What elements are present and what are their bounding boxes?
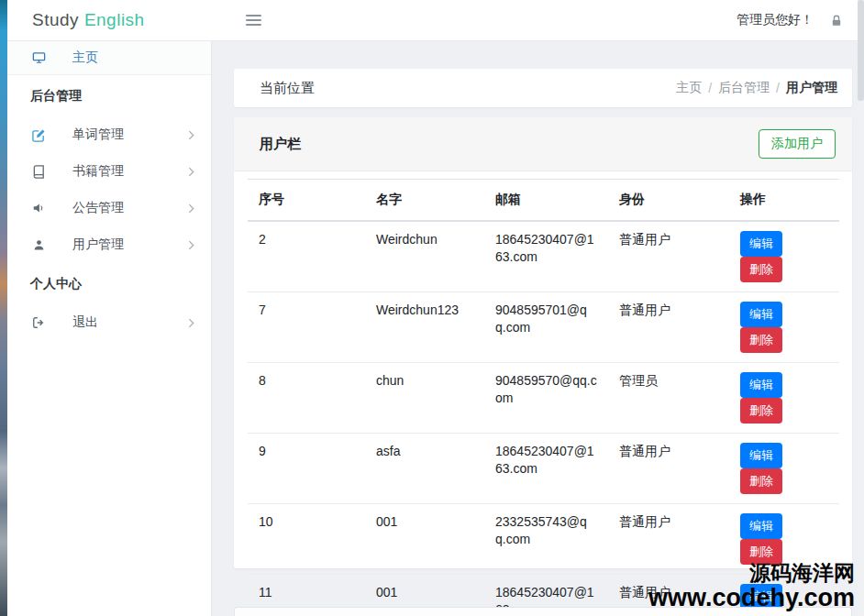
book-icon	[30, 165, 47, 179]
sidebar-item-announcements[interactable]: 公告管理	[7, 190, 211, 226]
breadcrumb-admin[interactable]: 后台管理	[718, 80, 770, 96]
cell-id: 9	[248, 434, 365, 504]
cell-actions: 编辑 删除	[729, 434, 839, 504]
col-header-email: 邮箱	[484, 180, 608, 222]
col-header-id: 序号	[248, 180, 365, 222]
sidebar-item-label: 单词管理	[72, 126, 124, 143]
chevron-right-icon	[188, 240, 194, 250]
cell-email: 904859570@qq.com	[484, 363, 608, 434]
sidebar-item-label: 用户管理	[72, 236, 124, 253]
cell-actions: 编辑 删除	[729, 504, 839, 575]
cell-email: 2332535743@qq.com	[484, 504, 608, 575]
edit-button[interactable]: 编辑	[740, 372, 782, 398]
chevron-right-icon	[188, 318, 194, 328]
chevron-right-icon	[188, 130, 194, 140]
cell-email: 18645230407@163.com	[484, 434, 608, 504]
top-bar: Study English 管理员您好！	[7, 0, 858, 41]
chevron-right-icon	[188, 204, 194, 214]
delete-button[interactable]: 删除	[740, 468, 782, 494]
cell-role: 管理员	[608, 363, 729, 434]
breadcrumb: 主页 / 后台管理 / 用户管理	[676, 80, 837, 96]
sidebar-item-label: 退出	[72, 314, 98, 331]
edit-button[interactable]: 编辑	[740, 443, 782, 468]
breadcrumb-bar: 当前位置 主页 / 后台管理 / 用户管理	[234, 69, 852, 107]
cell-name: asfa	[365, 434, 484, 504]
user-panel: 用户栏 添加用户 序号 名字 邮箱 身份 操作 2 Weirdchun 1864…	[234, 117, 852, 568]
lock-icon[interactable]	[830, 14, 843, 28]
breadcrumb-home[interactable]: 主页	[676, 80, 702, 96]
table-header-row: 序号 名字 邮箱 身份 操作	[248, 180, 839, 222]
user-table: 序号 名字 邮箱 身份 操作 2 Weirdchun 18645230407@1…	[248, 179, 839, 616]
breadcrumb-current: 用户管理	[786, 80, 837, 96]
admin-greeting: 管理员您好！	[737, 12, 814, 28]
background-photo-strip	[0, 0, 7, 616]
current-location-label: 当前位置	[260, 80, 315, 97]
edit-icon	[30, 128, 47, 142]
page-scrollbar-track[interactable]	[858, 0, 864, 616]
desktop-icon	[30, 51, 47, 64]
speaker-icon	[30, 202, 47, 214]
cell-name: Weirdchun123	[365, 292, 484, 363]
table-row: 8 chun 904859570@qq.com 管理员 编辑 删除	[248, 363, 839, 434]
cell-id: 7	[248, 292, 365, 363]
edit-button[interactable]: 编辑	[740, 584, 782, 610]
sidebar-item-users[interactable]: 用户管理	[7, 226, 211, 263]
next-panel-edge	[234, 607, 852, 616]
user-panel-header: 用户栏 添加用户	[234, 117, 852, 171]
signout-icon	[30, 316, 47, 329]
col-header-actions: 操作	[729, 180, 839, 222]
col-header-role: 身份	[608, 180, 729, 222]
sidebar-section-personal: 个人中心	[7, 263, 211, 304]
cell-role: 普通用户	[608, 292, 729, 363]
table-row: 9 asfa 18645230407@163.com 普通用户 编辑 删除	[248, 434, 839, 504]
logo-text-english: English	[84, 10, 145, 29]
hamburger-menu-icon[interactable]	[244, 8, 263, 32]
cell-role: 普通用户	[608, 434, 729, 504]
page-scrollbar-thumb[interactable]	[858, 0, 864, 101]
sidebar: 主页 后台管理 单词管理 书籍管理 公告管理 用户管理 个人中心 退	[7, 41, 212, 616]
cell-id: 8	[248, 363, 365, 434]
cell-id: 2	[248, 221, 365, 292]
cell-email: 18645230407@163.com	[484, 221, 608, 292]
cell-actions: 编辑 删除	[729, 363, 839, 434]
sidebar-item-label: 公告管理	[72, 200, 124, 216]
sidebar-item-label: 书籍管理	[72, 163, 124, 180]
app-logo[interactable]: Study English	[7, 10, 212, 30]
delete-button[interactable]: 删除	[740, 257, 782, 282]
breadcrumb-separator: /	[776, 81, 780, 95]
chevron-right-icon	[188, 167, 194, 177]
cell-role: 普通用户	[608, 504, 729, 575]
table-row: 2 Weirdchun 18645230407@163.com 普通用户 编辑 …	[248, 221, 839, 292]
edit-button[interactable]: 编辑	[740, 513, 782, 539]
user-table-container: 序号 名字 邮箱 身份 操作 2 Weirdchun 18645230407@1…	[234, 171, 852, 616]
cell-name: Weirdchun	[365, 221, 484, 292]
panel-title: 用户栏	[260, 136, 301, 153]
col-header-name: 名字	[365, 180, 484, 222]
sidebar-item-books[interactable]: 书籍管理	[7, 153, 211, 190]
cell-email: 9048595701@qq.com	[484, 292, 608, 363]
sidebar-section-admin: 后台管理	[7, 75, 211, 116]
sidebar-item-label: 主页	[72, 50, 98, 66]
edit-button[interactable]: 编辑	[740, 302, 782, 327]
delete-button[interactable]: 删除	[740, 539, 782, 565]
cell-role: 普通用户	[608, 221, 729, 292]
cell-name: chun	[365, 363, 484, 434]
table-row: 7 Weirdchun123 9048595701@qq.com 普通用户 编辑…	[248, 292, 839, 363]
logo-text-study: Study	[32, 10, 79, 29]
breadcrumb-separator: /	[708, 81, 712, 95]
add-user-button[interactable]: 添加用户	[759, 129, 836, 159]
sidebar-item-words[interactable]: 单词管理	[7, 116, 211, 153]
cell-name: 001	[365, 504, 484, 575]
topbar-right: 管理员您好！	[737, 12, 858, 28]
cell-actions: 编辑 删除	[729, 221, 839, 292]
user-icon	[30, 239, 47, 251]
sidebar-item-home[interactable]: 主页	[7, 41, 211, 75]
table-row: 10 001 2332535743@qq.com 普通用户 编辑 删除	[248, 504, 839, 575]
delete-button[interactable]: 删除	[740, 327, 782, 353]
cell-id: 10	[248, 504, 365, 575]
edit-button[interactable]: 编辑	[740, 231, 782, 257]
table-body: 2 Weirdchun 18645230407@163.com 普通用户 编辑 …	[248, 221, 839, 616]
sidebar-item-logout[interactable]: 退出	[7, 304, 211, 341]
delete-button[interactable]: 删除	[740, 398, 782, 424]
cell-actions: 编辑 删除	[729, 292, 839, 363]
